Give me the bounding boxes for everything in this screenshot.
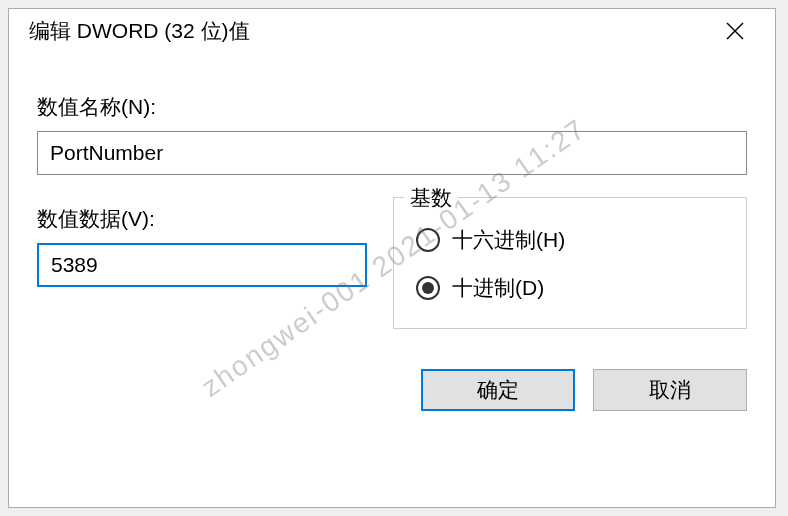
dialog-content: 数值名称(N): 数值数据(V): 基数 十六进制(H)	[9, 53, 775, 431]
radio-hex-label: 十六进制(H)	[452, 226, 565, 254]
ok-button-label: 确定	[477, 376, 519, 404]
base-fieldset-column: 基数 十六进制(H) 十进制(D)	[393, 197, 747, 329]
radio-decimal[interactable]: 十进制(D)	[416, 274, 724, 302]
ok-button[interactable]: 确定	[421, 369, 575, 411]
titlebar: 编辑 DWORD (32 位)值	[9, 9, 775, 53]
value-name-label: 数值名称(N):	[37, 93, 747, 121]
dialog-button-row: 确定 取消	[37, 369, 747, 411]
value-base-row: 数值数据(V): 基数 十六进制(H)	[37, 205, 747, 329]
radio-icon	[416, 228, 440, 252]
edit-dword-dialog: 编辑 DWORD (32 位)值 数值名称(N): 数值数据(V): 基数	[8, 8, 776, 508]
radio-icon	[416, 276, 440, 300]
close-button[interactable]	[711, 9, 759, 53]
value-name-input[interactable]	[37, 131, 747, 175]
base-fieldset: 基数 十六进制(H) 十进制(D)	[393, 197, 747, 329]
cancel-button[interactable]: 取消	[593, 369, 747, 411]
radio-hexadecimal[interactable]: 十六进制(H)	[416, 226, 724, 254]
base-legend: 基数	[404, 184, 458, 212]
radio-dec-label: 十进制(D)	[452, 274, 544, 302]
dialog-title: 编辑 DWORD (32 位)值	[29, 17, 250, 45]
cancel-button-label: 取消	[649, 376, 691, 404]
value-data-input[interactable]	[37, 243, 367, 287]
value-data-label: 数值数据(V):	[37, 205, 367, 233]
value-data-column: 数值数据(V):	[37, 205, 367, 287]
close-icon	[726, 22, 744, 40]
